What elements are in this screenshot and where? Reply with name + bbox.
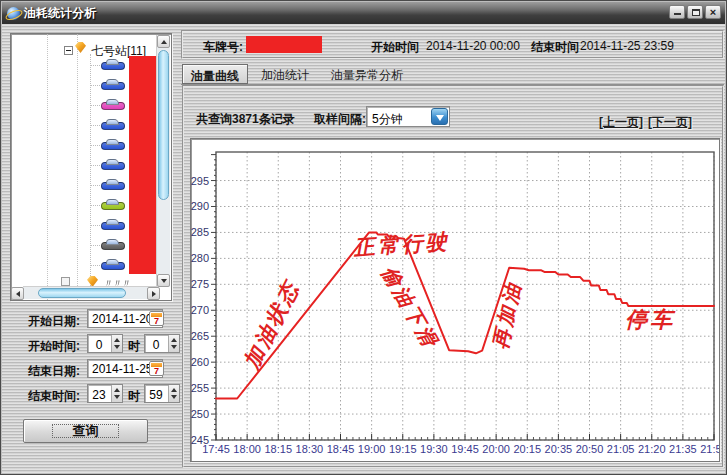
tree-connector-stub: [90, 185, 100, 186]
start-time-header-label: 开始时间: [371, 39, 419, 56]
restore-icon: [692, 9, 700, 16]
start-date-label: 开始日期:: [28, 313, 80, 330]
y-axis-tick-label: 295: [191, 175, 209, 187]
title-bar[interactable]: 油耗统计分析 ×: [2, 2, 725, 24]
tab-refuel-stats[interactable]: 加油统计: [253, 64, 317, 84]
tree-connector-stub: [90, 225, 100, 226]
car-icon: [101, 179, 125, 192]
tree-connector-stub: [90, 105, 100, 106]
y-axis-tick-label: 270: [191, 304, 209, 316]
close-button[interactable]: ×: [705, 5, 721, 19]
x-axis-tick-label: 21:20: [638, 443, 666, 455]
chart-annotation: 加油状态: [239, 276, 304, 374]
tree-connector-stub: [90, 165, 100, 166]
x-axis-tick-label: 18:15: [264, 443, 292, 455]
restore-button[interactable]: [687, 5, 703, 19]
stepper-arrows-icon[interactable]: [168, 335, 179, 352]
tab-fuel-curve[interactable]: 油量曲线: [182, 64, 248, 84]
start-date-calendar-icon[interactable]: [149, 311, 164, 326]
car-icon: [101, 119, 125, 132]
x-axis-tick-label: 18:00: [233, 443, 261, 455]
stepper-arrows-icon[interactable]: [111, 385, 122, 402]
car-icon: [101, 259, 125, 272]
next-page-link[interactable]: [下一页]: [648, 114, 692, 131]
expand-icon[interactable]: [61, 277, 70, 286]
up-arrow-icon: [161, 40, 167, 44]
x-axis-tick-label: 21:05: [607, 443, 635, 455]
y-axis-tick-label: 275: [191, 278, 209, 290]
y-axis-tick-label: 245: [191, 434, 209, 446]
start-time-label: 开始时间:: [28, 338, 80, 355]
window-title: 油耗统计分析: [24, 5, 96, 22]
chart-annotation: 停车: [625, 307, 676, 332]
tree-connector-stub: [90, 65, 100, 66]
end-time-header-label: 结束时间: [531, 39, 579, 56]
end-date-calendar-icon[interactable]: [149, 361, 164, 376]
x-axis-tick-label: 19:00: [358, 443, 386, 455]
query-summary-bar: 车牌号: 开始时间 2014-11-20 00:00 结束时间 2014-11-…: [181, 30, 724, 59]
scroll-down-button[interactable]: [157, 274, 170, 287]
vehicle-tree[interactable]: 七号站[11] 〃〃〃: [10, 33, 172, 301]
query-button[interactable]: 查询: [23, 419, 148, 443]
car-icon: [101, 239, 125, 252]
dropdown-arrow-icon[interactable]: [431, 108, 448, 125]
y-axis-tick-label: 255: [191, 382, 209, 394]
chart-annotation: 偷油下滑: [378, 262, 443, 353]
fuel-level-chart: 17:4518:0018:1518:3018:4519:0019:1519:30…: [191, 139, 719, 461]
tab-fuel-anomaly[interactable]: 油量异常分析: [323, 64, 411, 84]
car-icon: [101, 159, 125, 172]
start-minute-stepper[interactable]: 0: [144, 334, 180, 353]
right-arrow-icon: [152, 291, 156, 297]
plate-label: 车牌号:: [203, 39, 243, 56]
redacted-plate-number: [246, 36, 322, 53]
end-time-header-value: 2014-11-25 23:59: [580, 39, 674, 53]
fuel-curve-panel: 共查询3871条记录 取样间隔: 5分钟 [上一页] [下一页] 17:4518…: [182, 85, 724, 468]
sampling-interval-value: 5分钟: [372, 111, 403, 128]
horizontal-scroll-thumb[interactable]: [38, 288, 126, 298]
scroll-right-button[interactable]: [147, 287, 160, 300]
stepper-arrows-icon[interactable]: [168, 385, 179, 402]
minimize-icon: [674, 13, 681, 15]
chart-annotation: 正常行驶: [352, 229, 450, 259]
end-minute-value: 59: [145, 388, 167, 402]
start-hour-stepper[interactable]: 0: [87, 334, 123, 353]
app-globe-icon: [7, 7, 20, 20]
collapse-icon[interactable]: [64, 46, 73, 55]
left-arrow-icon: [16, 291, 20, 297]
car-icon: [101, 99, 125, 112]
chart-container: 17:4518:0018:1518:3018:4519:0019:1519:30…: [190, 138, 720, 462]
scroll-left-button[interactable]: [11, 287, 24, 300]
end-time-label: 结束时间:: [28, 388, 80, 405]
scroll-up-button[interactable]: [157, 35, 170, 48]
car-icon: [101, 79, 125, 92]
x-axis-tick-label: 19:30: [420, 443, 448, 455]
x-axis-tick-label: 21:35: [669, 443, 697, 455]
sampling-interval-select[interactable]: 5分钟: [366, 106, 450, 127]
y-axis-tick-label: 285: [191, 226, 209, 238]
hour-suffix: 时: [128, 388, 140, 405]
car-icon: [101, 199, 125, 212]
y-axis-tick-label: 250: [191, 408, 209, 420]
x-axis-tick-label: 19:45: [451, 443, 479, 455]
end-hour-stepper[interactable]: 23: [87, 384, 123, 403]
minimize-button[interactable]: [669, 5, 685, 19]
tree-connector-stub: [90, 265, 100, 266]
stepper-arrows-icon[interactable]: [111, 335, 122, 352]
end-date-label: 结束日期:: [28, 363, 80, 380]
tree-horizontal-scrollbar[interactable]: [23, 286, 158, 299]
tree-connector-stub: [90, 125, 100, 126]
end-minute-stepper[interactable]: 59: [144, 384, 180, 403]
x-axis-tick-label: 19:15: [389, 443, 417, 455]
tree-node-station[interactable]: 七号站[11]: [11, 38, 171, 56]
y-axis-tick-label: 260: [191, 356, 209, 368]
hour-suffix: 时: [128, 338, 140, 355]
tree-vertical-scrollbar[interactable]: [156, 35, 170, 287]
close-icon: ×: [706, 6, 720, 18]
x-axis-tick-label: 20:50: [576, 443, 604, 455]
start-hour-value: 0: [88, 338, 110, 352]
tree-connector-stub: [90, 85, 100, 86]
x-axis-tick-label: 18:45: [327, 443, 355, 455]
vertical-scroll-thumb[interactable]: [158, 50, 169, 200]
end-hour-value: 23: [88, 388, 110, 402]
prev-page-link[interactable]: [上一页]: [599, 114, 643, 131]
